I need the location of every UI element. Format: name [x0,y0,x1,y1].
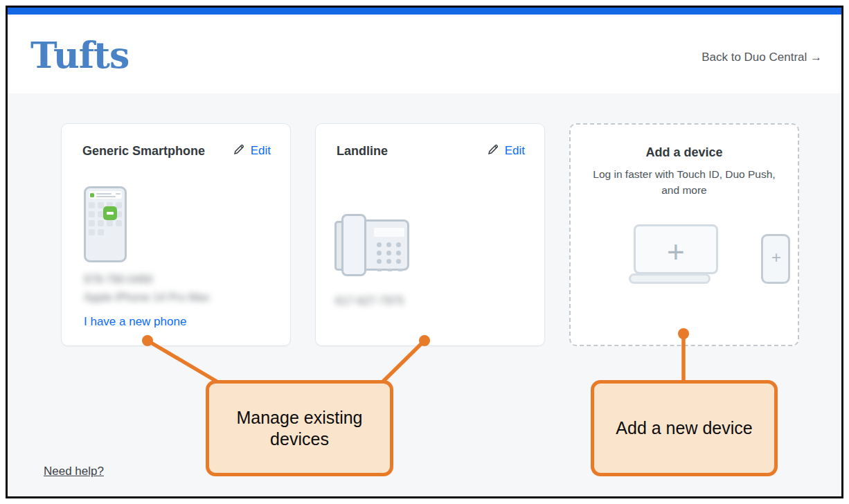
laptop-screen: + [634,224,718,274]
add-device-title: Add a device [571,145,798,160]
callout-label: Add a new device [616,417,752,439]
edit-link-label: Edit [505,144,525,158]
device-card-landline: Landline Edit [315,123,545,346]
top-accent-bar [8,8,841,15]
mobile-phone: + [761,234,790,284]
redacted-phone-number: 978-790-0490 [84,271,153,289]
callout-add-device: Add a new device [591,380,778,476]
smartphone-icon [84,186,127,262]
landline-phone-icon [333,214,430,280]
edit-link-label: Edit [251,144,271,158]
callout-label: Manage existing devices [224,407,375,450]
pencil-icon [487,143,499,159]
add-device-subtitle: Log in faster with Touch ID, Duo Push, a… [589,166,780,198]
phone-display [374,228,404,237]
edit-device-button[interactable]: Edit [487,143,525,159]
need-help-link[interactable]: Need help? [44,465,104,478]
back-to-duo-central-link[interactable]: Back to Duo Central → [701,51,822,64]
push-notification-banner [89,191,122,199]
tufts-logo: Tufts [30,34,129,76]
redacted-phone-number: 617-627-7975 [335,292,404,310]
phone-handset [341,214,366,276]
header: Tufts Back to Duo Central → [8,15,841,93]
edit-device-button[interactable]: Edit [233,143,271,159]
duo-app-icon [103,206,117,220]
pencil-icon [233,143,245,159]
redacted-device-model: Apple iPhone 14 Pro Max [84,289,209,307]
laptop-phone-add-icon: + + [626,220,799,289]
new-phone-link[interactable]: I have a new phone [84,315,186,329]
phone-keypad [377,242,403,271]
plus-icon: + [771,251,781,264]
add-device-card[interactable]: Add a device Log in faster with Touch ID… [569,123,799,346]
callout-manage-devices: Manage existing devices [206,380,393,476]
laptop-base [629,273,711,284]
card-title: Landline [337,144,388,159]
card-title: Generic Smartphone [82,144,205,159]
device-card-smartphone: Generic Smartphone Edit [61,123,291,346]
plus-icon: + [667,242,685,262]
